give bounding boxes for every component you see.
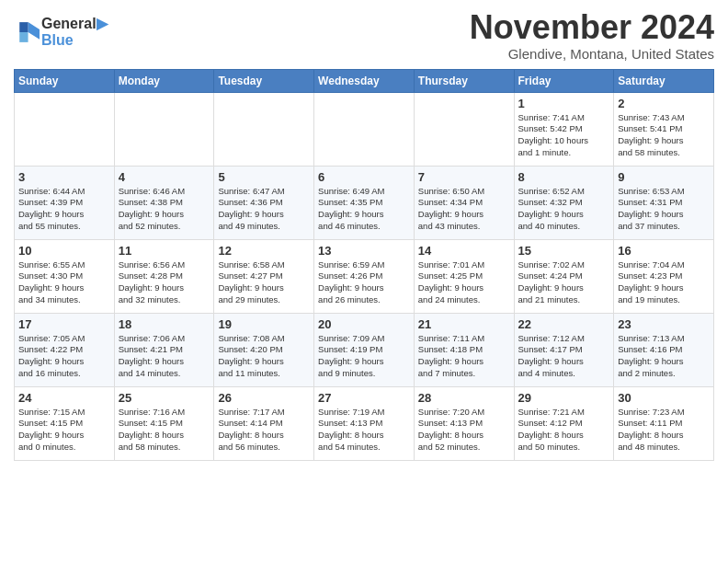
day-cell: 23Sunrise: 7:13 AMSunset: 4:16 PMDayligh…: [614, 313, 714, 386]
day-info: Sunrise: 6:46 AMSunset: 4:38 PMDaylight:…: [119, 186, 210, 233]
day-number: 19: [218, 317, 310, 331]
day-info: Sunrise: 7:08 AMSunset: 4:20 PMDaylight:…: [218, 333, 310, 380]
day-info: Sunrise: 7:15 AMSunset: 4:15 PMDaylight:…: [18, 407, 110, 454]
title-block: November 2024 Glendive, Montana, United …: [470, 9, 714, 62]
day-cell: 14Sunrise: 7:01 AMSunset: 4:25 PMDayligh…: [414, 239, 514, 313]
day-info: Sunrise: 7:43 AMSunset: 5:41 PMDaylight:…: [618, 112, 710, 159]
day-info: Sunrise: 7:05 AMSunset: 4:22 PMDaylight:…: [18, 333, 110, 380]
weekday-header-thursday: Thursday: [414, 69, 514, 92]
day-cell: 29Sunrise: 7:21 AMSunset: 4:12 PMDayligh…: [514, 386, 614, 460]
day-info: Sunrise: 7:09 AMSunset: 4:19 PMDaylight:…: [318, 333, 410, 380]
day-info: Sunrise: 7:19 AMSunset: 4:13 PMDaylight:…: [318, 407, 410, 454]
day-cell: 5Sunrise: 6:47 AMSunset: 4:36 PMDaylight…: [214, 166, 314, 239]
week-row-5: 24Sunrise: 7:15 AMSunset: 4:15 PMDayligh…: [15, 386, 714, 460]
day-cell: 2Sunrise: 7:43 AMSunset: 5:41 PMDaylight…: [614, 92, 714, 166]
day-info: Sunrise: 7:16 AMSunset: 4:15 PMDaylight:…: [119, 407, 210, 454]
day-info: Sunrise: 7:06 AMSunset: 4:21 PMDaylight:…: [119, 333, 210, 380]
day-info: Sunrise: 7:21 AMSunset: 4:12 PMDaylight:…: [518, 407, 610, 454]
day-number: 2: [618, 97, 710, 110]
day-cell: 3Sunrise: 6:44 AMSunset: 4:39 PMDaylight…: [15, 166, 115, 239]
week-row-2: 3Sunrise: 6:44 AMSunset: 4:39 PMDaylight…: [15, 166, 714, 239]
week-row-1: 1Sunrise: 7:41 AMSunset: 5:42 PMDaylight…: [15, 92, 714, 166]
day-cell: 17Sunrise: 7:05 AMSunset: 4:22 PMDayligh…: [15, 313, 115, 386]
day-number: 9: [618, 170, 710, 184]
day-number: 23: [618, 317, 710, 331]
day-cell: 25Sunrise: 7:16 AMSunset: 4:15 PMDayligh…: [114, 386, 214, 460]
day-cell: 7Sunrise: 6:50 AMSunset: 4:34 PMDaylight…: [414, 166, 514, 239]
page-header: General▶ Blue November 2024 Glendive, Mo…: [14, 9, 714, 62]
day-number: 26: [218, 391, 310, 405]
week-row-3: 10Sunrise: 6:55 AMSunset: 4:30 PMDayligh…: [15, 239, 714, 313]
day-info: Sunrise: 6:58 AMSunset: 4:27 PMDaylight:…: [218, 259, 310, 306]
main-title: November 2024: [470, 9, 714, 46]
day-cell: 4Sunrise: 6:46 AMSunset: 4:38 PMDaylight…: [114, 166, 214, 239]
day-info: Sunrise: 6:49 AMSunset: 4:35 PMDaylight:…: [318, 186, 410, 233]
day-number: 5: [218, 170, 310, 184]
logo: General▶ Blue: [14, 15, 108, 49]
day-cell: 24Sunrise: 7:15 AMSunset: 4:15 PMDayligh…: [15, 386, 115, 460]
day-cell: [314, 92, 415, 166]
day-cell: [414, 92, 514, 166]
day-cell: [15, 92, 115, 166]
day-number: 10: [18, 244, 110, 258]
day-number: 24: [18, 391, 110, 405]
day-cell: 8Sunrise: 6:52 AMSunset: 4:32 PMDaylight…: [514, 166, 614, 239]
day-number: 15: [518, 244, 610, 258]
day-cell: 21Sunrise: 7:11 AMSunset: 4:18 PMDayligh…: [414, 313, 514, 386]
day-cell: 27Sunrise: 7:19 AMSunset: 4:13 PMDayligh…: [314, 386, 415, 460]
day-info: Sunrise: 7:23 AMSunset: 4:11 PMDaylight:…: [618, 407, 710, 454]
day-cell: [114, 92, 214, 166]
day-cell: 20Sunrise: 7:09 AMSunset: 4:19 PMDayligh…: [314, 313, 415, 386]
day-info: Sunrise: 6:56 AMSunset: 4:28 PMDaylight:…: [119, 259, 210, 306]
weekday-header-friday: Friday: [514, 69, 614, 92]
weekday-header-saturday: Saturday: [614, 69, 714, 92]
day-cell: 9Sunrise: 6:53 AMSunset: 4:31 PMDaylight…: [614, 166, 714, 239]
day-cell: 12Sunrise: 6:58 AMSunset: 4:27 PMDayligh…: [214, 239, 314, 313]
day-cell: 6Sunrise: 6:49 AMSunset: 4:35 PMDaylight…: [314, 166, 415, 239]
day-cell: 11Sunrise: 6:56 AMSunset: 4:28 PMDayligh…: [114, 239, 214, 313]
svg-marker-2: [19, 22, 28, 32]
weekday-header-wednesday: Wednesday: [314, 69, 415, 92]
day-info: Sunrise: 7:11 AMSunset: 4:18 PMDaylight:…: [418, 333, 510, 380]
day-info: Sunrise: 6:44 AMSunset: 4:39 PMDaylight:…: [18, 186, 110, 233]
day-number: 30: [618, 391, 710, 405]
day-cell: 15Sunrise: 7:02 AMSunset: 4:24 PMDayligh…: [514, 239, 614, 313]
day-number: 16: [618, 244, 710, 258]
day-number: 13: [318, 244, 410, 258]
logo-text: General▶ Blue: [41, 15, 108, 49]
day-number: 12: [218, 244, 310, 258]
day-info: Sunrise: 7:01 AMSunset: 4:25 PMDaylight:…: [418, 259, 510, 306]
day-cell: 10Sunrise: 6:55 AMSunset: 4:30 PMDayligh…: [15, 239, 115, 313]
day-number: 25: [119, 391, 210, 405]
day-number: 17: [18, 317, 110, 331]
day-info: Sunrise: 6:52 AMSunset: 4:32 PMDaylight:…: [518, 186, 610, 233]
day-number: 1: [518, 97, 610, 110]
day-info: Sunrise: 7:20 AMSunset: 4:13 PMDaylight:…: [418, 407, 510, 454]
day-info: Sunrise: 7:02 AMSunset: 4:24 PMDaylight:…: [518, 259, 610, 306]
day-info: Sunrise: 7:12 AMSunset: 4:17 PMDaylight:…: [518, 333, 610, 380]
day-info: Sunrise: 6:59 AMSunset: 4:26 PMDaylight:…: [318, 259, 410, 306]
day-number: 3: [18, 170, 110, 184]
day-number: 29: [518, 391, 610, 405]
day-cell: 30Sunrise: 7:23 AMSunset: 4:11 PMDayligh…: [614, 386, 714, 460]
weekday-header-row: SundayMondayTuesdayWednesdayThursdayFrid…: [15, 69, 714, 92]
day-info: Sunrise: 7:04 AMSunset: 4:23 PMDaylight:…: [618, 259, 710, 306]
day-cell: 28Sunrise: 7:20 AMSunset: 4:13 PMDayligh…: [414, 386, 514, 460]
day-number: 4: [119, 170, 210, 184]
day-cell: 1Sunrise: 7:41 AMSunset: 5:42 PMDaylight…: [514, 92, 614, 166]
weekday-header-tuesday: Tuesday: [214, 69, 314, 92]
day-number: 14: [418, 244, 510, 258]
week-row-4: 17Sunrise: 7:05 AMSunset: 4:22 PMDayligh…: [15, 313, 714, 386]
day-number: 20: [318, 317, 410, 331]
day-number: 27: [318, 391, 410, 405]
day-number: 18: [119, 317, 210, 331]
day-cell: 19Sunrise: 7:08 AMSunset: 4:20 PMDayligh…: [214, 313, 314, 386]
calendar-table: SundayMondayTuesdayWednesdayThursdayFrid…: [14, 69, 714, 461]
day-info: Sunrise: 6:53 AMSunset: 4:31 PMDaylight:…: [618, 186, 710, 233]
day-info: Sunrise: 6:47 AMSunset: 4:36 PMDaylight:…: [218, 186, 310, 233]
weekday-header-monday: Monday: [114, 69, 214, 92]
day-cell: 16Sunrise: 7:04 AMSunset: 4:23 PMDayligh…: [614, 239, 714, 313]
day-number: 28: [418, 391, 510, 405]
subtitle: Glendive, Montana, United States: [470, 46, 714, 62]
day-number: 22: [518, 317, 610, 331]
